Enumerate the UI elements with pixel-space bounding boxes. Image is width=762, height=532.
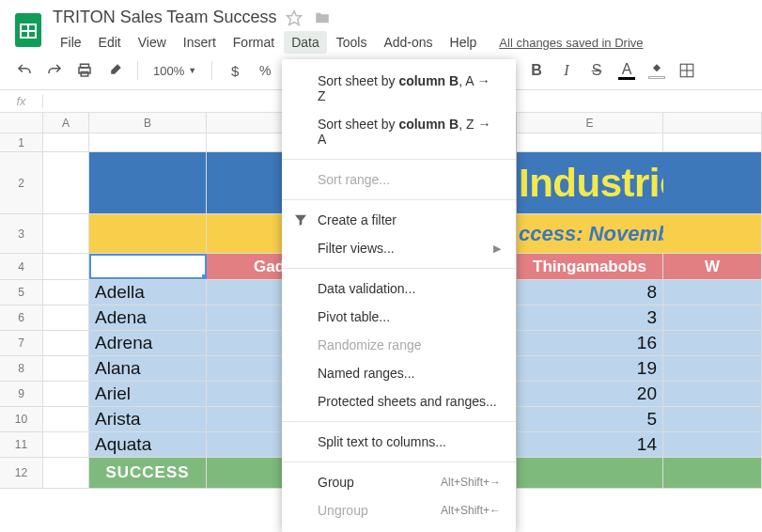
name-cell[interactable]: Arista bbox=[89, 407, 207, 431]
row-header-6[interactable]: 6 bbox=[0, 305, 43, 330]
menu-insert[interactable]: Insert bbox=[176, 31, 224, 54]
menu-file[interactable]: File bbox=[53, 31, 89, 54]
value-cell[interactable]: 16 bbox=[517, 331, 663, 355]
row-header-5[interactable]: 5 bbox=[0, 280, 43, 305]
menu-named-ranges[interactable]: Named ranges... bbox=[282, 359, 516, 387]
strikethrough-button[interactable]: S bbox=[586, 59, 607, 82]
print-button[interactable] bbox=[73, 59, 96, 82]
row-header-1[interactable]: 1 bbox=[0, 133, 43, 151]
text-color-button[interactable]: A bbox=[616, 59, 637, 82]
menu-filter-views[interactable]: Filter views...▶ bbox=[282, 234, 516, 262]
column-header-cell[interactable]: W bbox=[663, 254, 762, 279]
row-header-7[interactable]: 7 bbox=[0, 331, 43, 355]
name-cell[interactable]: Alana bbox=[89, 356, 207, 381]
menu-sort-az[interactable]: Sort sheet by column B, A → Z bbox=[282, 67, 516, 110]
paint-format-button[interactable] bbox=[103, 59, 126, 82]
value-cell[interactable]: 14 bbox=[517, 432, 663, 457]
name-cell[interactable]: Adrena bbox=[89, 331, 207, 355]
cell[interactable] bbox=[43, 331, 89, 355]
row-header-10[interactable]: 10 bbox=[0, 407, 43, 431]
value-cell[interactable]: 8 bbox=[517, 280, 663, 305]
sheets-app-icon[interactable] bbox=[9, 8, 47, 53]
row-header-9[interactable]: 9 bbox=[0, 382, 43, 406]
cell[interactable] bbox=[517, 458, 663, 488]
zoom-select[interactable]: 100%▼ bbox=[149, 64, 200, 78]
cell[interactable] bbox=[43, 214, 89, 253]
cell[interactable] bbox=[663, 356, 762, 381]
menu-split-text[interactable]: Split text to columns... bbox=[282, 428, 516, 456]
menu-view[interactable]: View bbox=[131, 31, 174, 54]
col-header-f[interactable] bbox=[663, 113, 762, 133]
menu-group[interactable]: GroupAlt+Shift+→ bbox=[282, 468, 516, 496]
italic-button[interactable]: I bbox=[556, 59, 577, 82]
row-header-2[interactable]: 2 bbox=[0, 152, 43, 213]
value-cell[interactable]: 20 bbox=[517, 382, 663, 406]
menu-sort-za[interactable]: Sort sheet by column B, Z → A bbox=[282, 110, 516, 153]
menu-pivot-table[interactable]: Pivot table... bbox=[282, 303, 516, 331]
col-header-e[interactable]: E bbox=[517, 113, 663, 133]
col-header-a[interactable]: A bbox=[43, 113, 89, 133]
format-percent-button[interactable]: % bbox=[254, 59, 276, 82]
cell[interactable] bbox=[663, 214, 762, 253]
cell[interactable] bbox=[663, 382, 762, 406]
success-label-cell[interactable]: SUCCESS bbox=[89, 458, 207, 488]
cell[interactable] bbox=[43, 280, 89, 305]
name-cell[interactable]: Ariel bbox=[89, 382, 207, 406]
cell[interactable] bbox=[663, 407, 762, 431]
name-cell[interactable]: Aquata bbox=[89, 432, 207, 457]
cell[interactable] bbox=[663, 280, 762, 305]
cell[interactable] bbox=[663, 133, 762, 151]
document-title[interactable]: TRITON Sales Team Success bbox=[53, 8, 276, 27]
format-currency-button[interactable]: $ bbox=[224, 59, 246, 82]
cell[interactable] bbox=[43, 382, 89, 406]
name-cell[interactable]: Adena bbox=[89, 305, 207, 330]
value-cell[interactable]: 19 bbox=[517, 356, 663, 381]
banner-title[interactable]: Industries bbox=[517, 152, 663, 213]
active-cell[interactable] bbox=[89, 254, 207, 279]
cell[interactable] bbox=[89, 214, 207, 253]
menu-addons[interactable]: Add-ons bbox=[376, 31, 440, 54]
name-cell[interactable]: Adella bbox=[89, 280, 207, 305]
cell[interactable] bbox=[517, 133, 663, 151]
menu-edit[interactable]: Edit bbox=[91, 31, 129, 54]
cell[interactable] bbox=[89, 133, 207, 151]
cell[interactable] bbox=[43, 254, 89, 279]
cell[interactable] bbox=[663, 305, 762, 330]
cell[interactable] bbox=[43, 458, 89, 488]
menu-format[interactable]: Format bbox=[225, 31, 282, 54]
saved-status-link[interactable]: All changes saved in Drive bbox=[499, 36, 643, 50]
menu-tools[interactable]: Tools bbox=[329, 31, 375, 54]
column-header-cell[interactable]: Thingamabobs bbox=[517, 254, 663, 279]
cell[interactable] bbox=[663, 152, 762, 213]
row-header-3[interactable]: 3 bbox=[0, 214, 43, 253]
menu-protected-sheets[interactable]: Protected sheets and ranges... bbox=[282, 387, 516, 415]
cell[interactable] bbox=[43, 305, 89, 330]
menu-create-filter[interactable]: Create a filter bbox=[282, 206, 516, 234]
cell[interactable] bbox=[663, 331, 762, 355]
menu-data-validation[interactable]: Data validation... bbox=[282, 274, 516, 303]
fill-color-button[interactable] bbox=[646, 59, 667, 82]
banner-subtitle[interactable]: ccess: Novembe bbox=[517, 214, 663, 253]
menu-help[interactable]: Help bbox=[443, 31, 485, 54]
row-header-8[interactable]: 8 bbox=[0, 356, 43, 381]
move-folder-icon[interactable] bbox=[314, 9, 331, 26]
bold-button[interactable]: B bbox=[526, 59, 547, 82]
cell[interactable] bbox=[43, 432, 89, 457]
col-header-b[interactable]: B bbox=[89, 113, 207, 133]
cell[interactable] bbox=[89, 152, 207, 213]
undo-button[interactable] bbox=[13, 59, 36, 82]
menu-data[interactable]: Data bbox=[284, 31, 327, 54]
value-cell[interactable]: 3 bbox=[517, 305, 663, 330]
select-all-corner[interactable] bbox=[0, 113, 43, 133]
cell[interactable] bbox=[43, 152, 89, 213]
row-header-12[interactable]: 12 bbox=[0, 458, 43, 488]
cell[interactable] bbox=[43, 133, 89, 151]
star-icon[interactable] bbox=[286, 9, 303, 26]
borders-button[interactable] bbox=[676, 59, 697, 82]
cell[interactable] bbox=[43, 356, 89, 381]
redo-button[interactable] bbox=[43, 59, 66, 82]
value-cell[interactable]: 5 bbox=[517, 407, 663, 431]
row-header-4[interactable]: 4 bbox=[0, 254, 43, 279]
cell[interactable] bbox=[43, 407, 89, 431]
cell[interactable] bbox=[663, 432, 762, 457]
